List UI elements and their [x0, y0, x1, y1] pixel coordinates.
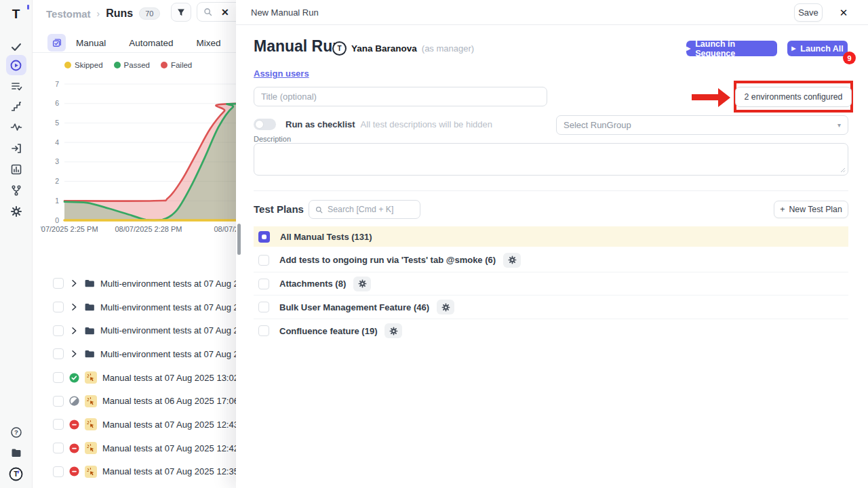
launch-all-button[interactable]: ▶ Launch All: [787, 41, 848, 56]
sidebar-item-settings[interactable]: [6, 201, 26, 222]
row-checkbox[interactable]: [53, 396, 64, 407]
sidebar-item-pulse[interactable]: [6, 117, 26, 137]
svg-text:5: 5: [55, 119, 59, 127]
svg-text:7: 7: [55, 80, 59, 88]
plan-settings-button[interactable]: [437, 300, 454, 314]
run-group-label[interactable]: Multi-environment tests at 07 Aug 20: [100, 302, 243, 312]
row-checkbox[interactable]: [53, 466, 64, 477]
sidebar-item-runs[interactable]: [6, 55, 26, 75]
row-checkbox[interactable]: [53, 372, 64, 383]
scrollbar-thumb[interactable]: [237, 224, 241, 255]
row-checkbox[interactable]: [53, 278, 64, 289]
row-checkbox[interactable]: [53, 325, 64, 336]
sidebar-item-help[interactable]: ?: [6, 422, 26, 443]
row-checkbox[interactable]: [258, 325, 269, 336]
sidebar-item-milestones[interactable]: [6, 96, 26, 117]
row-checkbox[interactable]: [258, 255, 269, 266]
sidebar-item-plans[interactable]: [6, 76, 26, 96]
row-checkbox[interactable]: [258, 279, 269, 289]
gear-icon: [508, 256, 517, 264]
run-label[interactable]: Manual tests at 07 Aug 2025 12:42: [102, 443, 239, 453]
test-plan-label[interactable]: Attachments (8): [279, 279, 346, 289]
sidebar-item-import[interactable]: [6, 138, 26, 159]
row-checkbox[interactable]: [53, 443, 64, 453]
rungroup-select[interactable]: Select RunGroup ▾: [556, 115, 848, 135]
run-group-label[interactable]: Multi-environment tests at 07 Aug 20: [100, 325, 243, 336]
row-checkbox[interactable]: [258, 302, 269, 312]
run-label[interactable]: Manual tests at 06 Aug 2025 17:06: [102, 396, 239, 406]
run-label[interactable]: Manual tests at 07 Aug 2025 12:35: [102, 466, 239, 476]
test-plan-row[interactable]: Bulk User Management Feature (46): [254, 296, 848, 319]
test-plan-label[interactable]: Bulk User Management Feature (46): [279, 302, 429, 312]
launch-in-sequence-button[interactable]: ▶ Launch in Sequence: [686, 41, 777, 56]
environments-button[interactable]: 2 environments configured: [735, 87, 852, 107]
test-plan-label[interactable]: Add tests to ongoing run via 'Tests' tab…: [279, 255, 496, 265]
runs-count-badge: 70: [139, 7, 159, 20]
resize-grip-icon[interactable]: [840, 167, 846, 173]
chevron-right-icon[interactable]: [69, 326, 79, 336]
test-plan-row[interactable]: Attachments (8): [254, 272, 848, 296]
status-partial-icon: [69, 396, 79, 406]
sidebar-item-branches[interactable]: [6, 180, 26, 201]
description-textarea[interactable]: [254, 143, 848, 176]
svg-text:3: 3: [55, 157, 59, 165]
folder-icon: [84, 348, 95, 359]
sidebar-item-projects[interactable]: [6, 443, 26, 463]
chevron-down-icon: ▾: [837, 121, 841, 129]
left-sidebar: T ? T: [0, 0, 33, 488]
test-plans-title: Test Plans: [254, 203, 304, 215]
run-as-checklist-toggle[interactable]: [254, 119, 276, 130]
checklist-toggle-row: Run as checklist All test descriptions w…: [254, 119, 492, 130]
run-label[interactable]: Manual tests at 07 Aug 2025 13:02: [102, 373, 239, 383]
chevron-right-icon[interactable]: [69, 302, 79, 312]
test-plan-row[interactable]: Confluence feature (19): [254, 319, 848, 343]
annotation-red-box: 2 environments configured: [734, 81, 853, 113]
run-group-label[interactable]: Multi-environment tests at 07 Aug 20: [100, 349, 243, 359]
play-icon: ▶: [686, 45, 690, 52]
close-icon[interactable]: ✕: [835, 5, 852, 21]
gear-icon: [358, 279, 367, 288]
tab-automated[interactable]: Automated: [129, 38, 173, 48]
bar-chart-icon: [10, 163, 22, 176]
test-plan-label[interactable]: All Manual Tests (131): [280, 232, 372, 242]
test-plan-label[interactable]: Confluence feature (19): [279, 326, 377, 336]
funnel-icon: [176, 7, 186, 18]
test-plan-row-selected[interactable]: All Manual Tests (131): [254, 226, 848, 247]
breadcrumb-project[interactable]: Testomat: [46, 8, 91, 20]
filter-button[interactable]: [171, 3, 191, 22]
legend-passed: Passed: [114, 61, 150, 69]
row-checkbox[interactable]: [53, 419, 64, 430]
test-plan-row[interactable]: Add tests to ongoing run via 'Tests' tab…: [254, 249, 848, 272]
run-owner: T Yana Baranova (as manager): [332, 41, 474, 56]
save-button[interactable]: Save: [794, 3, 823, 22]
plan-settings-button[interactable]: [384, 323, 402, 338]
runs-view-chip[interactable]: [47, 34, 66, 52]
run-group-label[interactable]: Multi-environment tests at 07 Aug 20: [100, 279, 243, 289]
logo-accent: [27, 5, 29, 9]
sidebar-item-tests[interactable]: [6, 37, 26, 57]
logo-letter: T: [12, 7, 20, 22]
test-plans-search-input[interactable]: [328, 205, 409, 214]
legend-failed: Failed: [161, 61, 192, 69]
tab-manual[interactable]: Manual: [76, 38, 106, 48]
help-glyph: ?: [14, 428, 18, 436]
checked-checkbox[interactable]: [258, 231, 270, 243]
chevron-right-icon[interactable]: [69, 279, 79, 288]
assign-users-link[interactable]: Assign users: [254, 68, 309, 79]
plan-settings-button[interactable]: [503, 253, 521, 268]
new-test-plan-button[interactable]: + New Test Plan: [774, 201, 848, 218]
run-label[interactable]: Manual tests at 07 Aug 2025 12:43: [102, 420, 239, 430]
row-checkbox[interactable]: [53, 302, 64, 312]
close-icon[interactable]: ✕: [221, 7, 229, 18]
run-title-input[interactable]: [254, 87, 547, 106]
row-checkbox[interactable]: [53, 348, 64, 359]
sidebar-item-account[interactable]: T: [6, 464, 26, 484]
chevron-right-icon[interactable]: [69, 349, 79, 359]
check-icon: [10, 41, 22, 53]
gear-icon: [10, 205, 22, 218]
plan-settings-button[interactable]: [353, 277, 371, 291]
test-plans-search[interactable]: [309, 200, 420, 219]
tab-mixed[interactable]: Mixed: [197, 38, 221, 48]
app-logo[interactable]: T: [6, 4, 26, 24]
sidebar-item-analytics[interactable]: [6, 159, 26, 180]
